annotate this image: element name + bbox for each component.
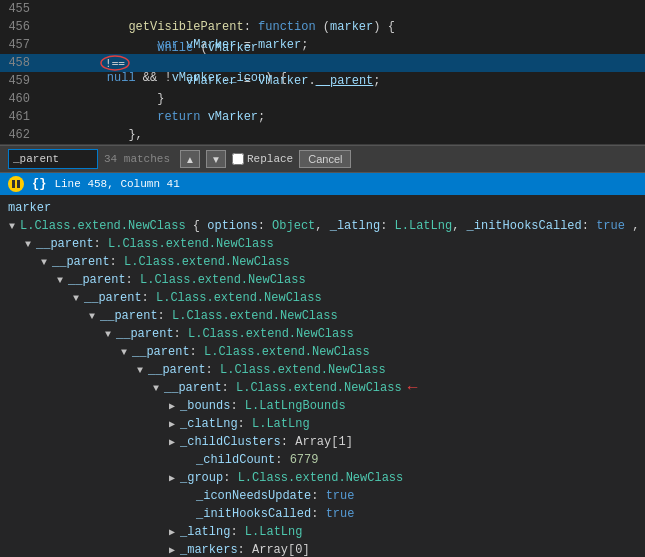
search-prev-button[interactable]: ▲ (180, 150, 200, 168)
line-number-456: 456 (0, 20, 42, 34)
main-container: 455 456 getVisibleParent: function (mark… (0, 0, 645, 557)
search-bar: 34 matches ▲ ▼ Replace Cancel (0, 145, 645, 173)
tree-item-5[interactable]: __parent: L.Class.extend.NewClass (0, 307, 645, 325)
tree-arrow-latlng (164, 526, 180, 538)
tree-label-iconneedsupdate: _iconNeedsUpdate: true (196, 489, 354, 503)
curly-braces-icon: {} (32, 177, 46, 191)
tree-arrow-9 (148, 383, 164, 394)
tree-arrow-3 (52, 275, 68, 286)
tree-label-group: _group: L.Class.extend.NewClass (180, 471, 403, 485)
tree-item-clatlng[interactable]: _clatLng: L.LatLng (0, 415, 645, 433)
tree-item-markers[interactable]: _markers: Array[0] (0, 541, 645, 557)
tree-item-3[interactable]: __parent: L.Class.extend.NewClass (0, 271, 645, 289)
line-number-455: 455 (0, 2, 42, 16)
tree-arrow-markers (164, 544, 180, 556)
tree-item-childcount[interactable]: ▶ _childCount: 6779 (0, 451, 645, 469)
pause-icon (8, 176, 24, 192)
tree-label-markers: _markers: Array[0] (180, 543, 310, 557)
tree-label-5: __parent: L.Class.extend.NewClass (100, 309, 338, 323)
tree-arrow-childcount: ▶ (180, 454, 196, 466)
tree-item-bounds[interactable]: _bounds: L.LatLngBounds (0, 397, 645, 415)
tree-arrow-2 (36, 257, 52, 268)
tree-item-latlng[interactable]: _latlng: L.LatLng (0, 523, 645, 541)
tree-class-root-label: L.Class.extend.NewClass { options: Objec… (20, 219, 645, 233)
tree-item-1[interactable]: __parent: L.Class.extend.NewClass (0, 235, 645, 253)
pause-bar-right (17, 180, 20, 188)
tree-label-4: __parent: L.Class.extend.NewClass (84, 291, 322, 305)
tree-label-9: __parent: L.Class.extend.NewClass (164, 381, 402, 395)
tree-arrow-group (164, 472, 180, 484)
tree-item-4[interactable]: __parent: L.Class.extend.NewClass (0, 289, 645, 307)
tree-panel: marker L.Class.extend.NewClass { options… (0, 195, 645, 557)
tree-arrow-8 (132, 365, 148, 376)
tree-arrow-iconneedsupdate: ▶ (180, 490, 196, 502)
replace-checkbox[interactable] (232, 153, 244, 165)
tree-arrow-childclusters (164, 436, 180, 448)
tree-label-2: __parent: L.Class.extend.NewClass (52, 255, 290, 269)
tree-label-bounds: _bounds: L.LatLngBounds (180, 399, 346, 413)
search-next-button[interactable]: ▼ (206, 150, 226, 168)
line-number-462: 462 (0, 128, 42, 142)
pause-bars (12, 180, 20, 188)
search-input[interactable] (13, 153, 93, 165)
line-number-457: 457 (0, 38, 42, 52)
tree-label-childclusters: _childClusters: Array[1] (180, 435, 353, 449)
red-arrow-indicator: ← (408, 379, 418, 397)
tree-class-root[interactable]: L.Class.extend.NewClass { options: Objec… (0, 217, 645, 235)
tree-label-3: __parent: L.Class.extend.NewClass (68, 273, 306, 287)
tree-item-inithookscalled[interactable]: ▶ _initHooksCalled: true (0, 505, 645, 523)
tree-label-latlng: _latlng: L.LatLng (180, 525, 302, 539)
tree-item-group[interactable]: _group: L.Class.extend.NewClass (0, 469, 645, 487)
tree-root-label: marker (0, 199, 645, 217)
pause-bar-left (12, 180, 15, 188)
tree-item-childclusters[interactable]: _childClusters: Array[1] (0, 433, 645, 451)
tree-arrow-6 (100, 329, 116, 340)
tree-root-text: marker (8, 201, 51, 215)
status-position: Line 458, Column 41 (54, 178, 179, 190)
match-count: 34 matches (104, 153, 174, 165)
tree-item-7[interactable]: __parent: L.Class.extend.NewClass (0, 343, 645, 361)
line-number-459: 459 (0, 74, 42, 88)
tree-item-8[interactable]: __parent: L.Class.extend.NewClass (0, 361, 645, 379)
tree-item-iconneedsupdate[interactable]: ▶ _iconNeedsUpdate: true (0, 487, 645, 505)
search-input-container[interactable] (8, 149, 98, 169)
tree-arrow-1 (20, 239, 36, 250)
tree-label-1: __parent: L.Class.extend.NewClass (36, 237, 274, 251)
tree-arrow-inithookscalled: ▶ (180, 508, 196, 520)
tree-label-8: __parent: L.Class.extend.NewClass (148, 363, 386, 377)
tree-item-9[interactable]: __parent: L.Class.extend.NewClass ← (0, 379, 645, 397)
line-number-460: 460 (0, 92, 42, 106)
tree-arrow-7 (116, 347, 132, 358)
tree-label-7: __parent: L.Class.extend.NewClass (132, 345, 370, 359)
bottom-panel: marker L.Class.extend.NewClass { options… (0, 195, 645, 557)
tree-label-clatlng: _clatLng: L.LatLng (180, 417, 310, 431)
replace-label: Replace (247, 153, 293, 165)
replace-checkbox-label: Replace (232, 153, 293, 165)
tree-arrow-5 (84, 311, 100, 322)
cancel-button[interactable]: Cancel (299, 150, 351, 168)
tree-label-6: __parent: L.Class.extend.NewClass (116, 327, 354, 341)
tree-arrow-bounds (164, 400, 180, 412)
line-number-461: 461 (0, 110, 42, 124)
tree-item-2[interactable]: __parent: L.Class.extend.NewClass (0, 253, 645, 271)
code-editor: 455 456 getVisibleParent: function (mark… (0, 0, 645, 145)
tree-arrow-4 (68, 293, 84, 304)
tree-arrow-clatlng (164, 418, 180, 430)
tree-item-6[interactable]: __parent: L.Class.extend.NewClass (0, 325, 645, 343)
tree-label-inithookscalled: _initHooksCalled: true (196, 507, 354, 521)
tree-label-childcount: _childCount: 6779 (196, 453, 318, 467)
code-line-462: 462 }, (0, 126, 645, 144)
tree-arrow-root (4, 221, 20, 232)
line-number-458: 458 (0, 56, 42, 70)
status-bar: {} Line 458, Column 41 (0, 173, 645, 195)
